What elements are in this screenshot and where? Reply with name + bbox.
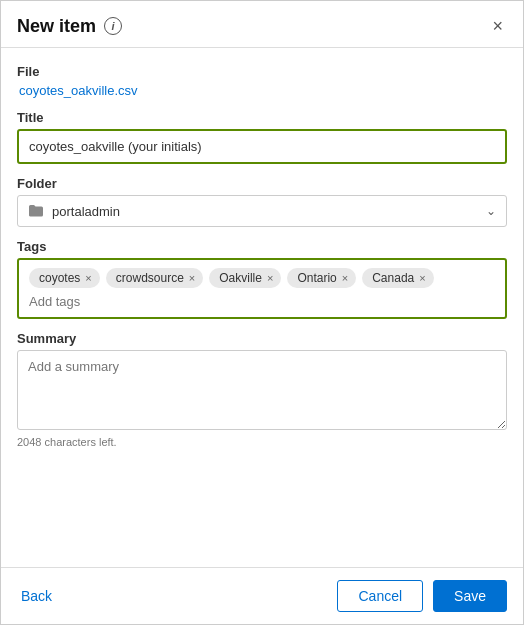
save-button[interactable]: Save [433, 580, 507, 612]
close-icon[interactable]: × [488, 15, 507, 37]
info-icon[interactable]: i [104, 17, 122, 35]
tags-field-group: Tags coyotes×crowdsource×Oakville×Ontari… [17, 239, 507, 319]
dialog-title-row: New item i [17, 16, 122, 37]
chars-left: 2048 characters left. [17, 436, 507, 448]
tags-container[interactable]: coyotes×crowdsource×Oakville×Ontario×Can… [17, 258, 507, 319]
list-item: Canada× [362, 268, 433, 288]
tag-label: Canada [372, 271, 414, 285]
folder-field-group: Folder portaladmin ⌄ [17, 176, 507, 227]
title-label: Title [17, 110, 507, 125]
cancel-button[interactable]: Cancel [337, 580, 423, 612]
tag-label: coyotes [39, 271, 80, 285]
folder-label: Folder [17, 176, 507, 191]
tag-remove-icon[interactable]: × [419, 273, 425, 284]
file-value: coyotes_oakville.csv [17, 83, 507, 98]
file-field-group: File coyotes_oakville.csv [17, 64, 507, 98]
tag-label: Oakville [219, 271, 262, 285]
file-label: File [17, 64, 507, 79]
dialog-body: File coyotes_oakville.csv Title Folder p… [1, 48, 523, 567]
new-item-dialog: New item i × File coyotes_oakville.csv T… [0, 0, 524, 625]
footer-right: Cancel Save [337, 580, 507, 612]
tag-remove-icon[interactable]: × [342, 273, 348, 284]
dialog-header: New item i × [1, 1, 523, 48]
tag-label: Ontario [297, 271, 336, 285]
tag-remove-icon[interactable]: × [267, 273, 273, 284]
add-tags-input[interactable] [29, 294, 197, 309]
back-button[interactable]: Back [17, 582, 56, 610]
summary-field-group: Summary 2048 characters left. [17, 331, 507, 448]
title-input[interactable] [17, 129, 507, 164]
dialog-footer: Back Cancel Save [1, 567, 523, 624]
tag-remove-icon[interactable]: × [189, 273, 195, 284]
folder-select[interactable]: portaladmin ⌄ [17, 195, 507, 227]
tag-remove-icon[interactable]: × [85, 273, 91, 284]
list-item: Oakville× [209, 268, 281, 288]
list-item: coyotes× [29, 268, 100, 288]
list-item: crowdsource× [106, 268, 203, 288]
folder-icon [28, 203, 44, 219]
dialog-title: New item [17, 16, 96, 37]
title-field-group: Title [17, 110, 507, 164]
folder-value: portaladmin [52, 204, 478, 219]
tag-label: crowdsource [116, 271, 184, 285]
tags-label: Tags [17, 239, 507, 254]
chevron-down-icon: ⌄ [486, 204, 496, 218]
summary-label: Summary [17, 331, 507, 346]
list-item: Ontario× [287, 268, 356, 288]
summary-textarea[interactable] [17, 350, 507, 430]
